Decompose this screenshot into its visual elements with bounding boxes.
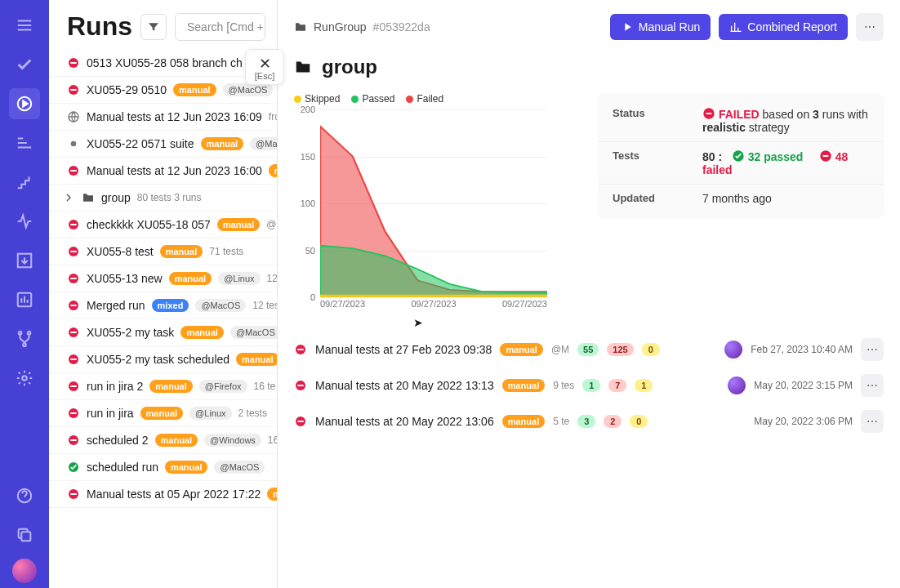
svg-point-2 <box>19 332 22 335</box>
status-icon <box>67 299 80 312</box>
run-meta: 2 tests <box>238 408 267 419</box>
run-meta: 80 tests 3 runs <box>137 192 202 203</box>
status-icon <box>67 434 80 447</box>
run-meta: 12 t <box>267 273 277 284</box>
more-button[interactable]: ⋯ <box>861 374 884 397</box>
status-icon <box>294 415 307 428</box>
avatar <box>728 376 746 394</box>
os-badge: @Linux <box>189 407 231 420</box>
chevron-right-icon <box>62 191 75 204</box>
nav-avatar[interactable] <box>12 559 37 583</box>
nav-activity-icon[interactable] <box>9 206 40 237</box>
group-run-item[interactable]: Manual tests at 20 May 2022 13:06manual5… <box>294 403 884 439</box>
run-date: May 20, 2022 3:15 PM <box>754 380 853 391</box>
status-icon <box>67 488 80 501</box>
svg-rect-20 <box>70 251 76 252</box>
close-peek-button[interactable]: ✕ [Esc] <box>245 49 284 85</box>
os-badge: @MacOS <box>223 83 274 96</box>
status-icon <box>67 353 80 366</box>
search-input[interactable]: Search [Cmd + K] <box>175 13 265 41</box>
nav-help-icon[interactable] <box>9 480 40 511</box>
svg-rect-26 <box>70 332 76 333</box>
run-list-item[interactable]: 0513 XU055-28 058 branch ch <box>49 50 277 77</box>
run-list-item[interactable]: XU055-13 newmanual@Linux12 t <box>49 265 277 292</box>
run-list-item[interactable]: XU055-2 my task scheduledmanual <box>49 346 277 373</box>
nav-rail <box>0 0 49 588</box>
run-list-item[interactable]: run in jiramanual@Linux2 tests <box>49 400 277 427</box>
os-badge: @Firefox <box>199 380 247 393</box>
run-list-item[interactable]: checkkkk XU055-18 057manual@ <box>49 212 277 238</box>
more-button[interactable]: ⋯ <box>861 410 884 433</box>
run-list-item[interactable]: Manual tests at 12 Jun 2023 16:09fron <box>49 104 277 131</box>
status-icon <box>67 56 80 69</box>
status-icon <box>67 83 80 96</box>
nav-import-icon[interactable] <box>9 245 40 276</box>
run-list-item[interactable]: Manual tests at 12 Jun 2023 16:00manual <box>49 158 277 185</box>
nav-runs[interactable] <box>9 88 40 119</box>
updated-label: Updated <box>613 192 702 205</box>
run-list-item[interactable]: Manual tests at 05 Apr 2022 17:22manual <box>49 481 277 508</box>
status-icon <box>67 245 80 258</box>
more-button[interactable]: ⋯ <box>856 13 884 41</box>
run-name: Manual tests at 20 May 2022 13:13 <box>315 379 494 392</box>
manual-badge: manual <box>502 379 546 392</box>
group-run-item[interactable]: Manual tests at 20 May 2022 13:13manual9… <box>294 368 884 403</box>
run-list-item[interactable]: scheduled runmanual@MacOS <box>49 454 277 481</box>
nav-hamburger[interactable] <box>9 10 40 41</box>
svg-rect-46 <box>297 385 303 386</box>
run-name: Manual tests at 12 Jun 2023 16:00 <box>87 164 262 177</box>
breadcrumb: RunGroup #053922da <box>294 20 430 33</box>
status-icon <box>294 379 307 392</box>
nav-settings-icon[interactable] <box>9 363 40 394</box>
breadcrumb-label: RunGroup <box>314 20 367 33</box>
svg-point-5 <box>22 376 27 381</box>
chart: 050100150200 09/27/202309/27/202309/27/2… <box>294 109 547 314</box>
combined-report-button[interactable]: Combined Report <box>719 14 848 40</box>
svg-point-4 <box>23 344 26 347</box>
svg-rect-42 <box>823 155 829 157</box>
os-badge: @Windows <box>204 434 261 447</box>
manual-badge: manual <box>149 380 193 393</box>
run-list-item[interactable]: XU055-8 testmanual71 tests <box>49 238 277 265</box>
manual-badge: manual <box>236 353 277 366</box>
manual-badge: manual <box>201 137 244 150</box>
run-name: Manual tests at 12 Jun 2023 16:09 <box>87 110 262 123</box>
run-name: XU055-2 my task <box>87 326 174 339</box>
run-meta: 71 tests <box>209 246 243 257</box>
tests-label: Tests <box>613 149 702 176</box>
status-icon <box>67 110 80 123</box>
run-list-item[interactable]: run in jira 2manual@Firefox16 te <box>49 373 277 400</box>
os-info: 9 tes <box>553 380 574 391</box>
run-list-item[interactable]: group80 tests 3 runs <box>49 185 277 212</box>
manual-badge: manual <box>502 415 546 428</box>
manual-run-button[interactable]: Manual Run <box>610 14 711 40</box>
filter-button[interactable] <box>140 14 167 40</box>
group-run-item[interactable]: Manual tests at 27 Feb 2023 09:38manual@… <box>294 332 884 368</box>
nav-chart-icon[interactable] <box>9 284 40 315</box>
run-name: Manual tests at 20 May 2022 13:06 <box>315 415 494 428</box>
run-name: Merged run <box>87 299 145 312</box>
pass-count: 3 <box>577 415 595 428</box>
manual-badge: manual <box>169 272 212 285</box>
run-meta: @ <box>266 219 276 230</box>
run-list-item[interactable]: XU055-22 0571 suitemanual@Mac <box>49 131 277 158</box>
run-name: group <box>101 191 131 204</box>
nav-copy-icon[interactable] <box>9 519 40 550</box>
nav-branch-icon[interactable] <box>9 323 40 354</box>
os-info: @M <box>551 344 569 355</box>
svg-rect-22 <box>70 278 76 279</box>
more-button[interactable]: ⋯ <box>861 338 884 361</box>
chart-area: Skipped Passed Failed 050100150200 09/27… <box>294 93 580 314</box>
run-list-item[interactable]: XU055-29 0510manual@MacOS5 <box>49 77 277 104</box>
nav-steps-icon[interactable] <box>9 167 40 198</box>
run-meta: fron <box>269 111 277 122</box>
run-list-item[interactable]: XU055-2 my taskmanual@MacOS <box>49 319 277 346</box>
nav-list-icon[interactable] <box>9 127 40 158</box>
manual-badge: manual <box>500 343 543 356</box>
page-title: Runs <box>67 11 132 42</box>
svg-rect-12 <box>70 89 76 91</box>
run-list-item[interactable]: scheduled 2manual@Windows16 <box>49 427 277 454</box>
nav-check[interactable] <box>9 49 40 80</box>
manual-badge: manual <box>173 83 216 96</box>
run-list-item[interactable]: Merged runmixed@MacOS12 test <box>49 292 277 319</box>
